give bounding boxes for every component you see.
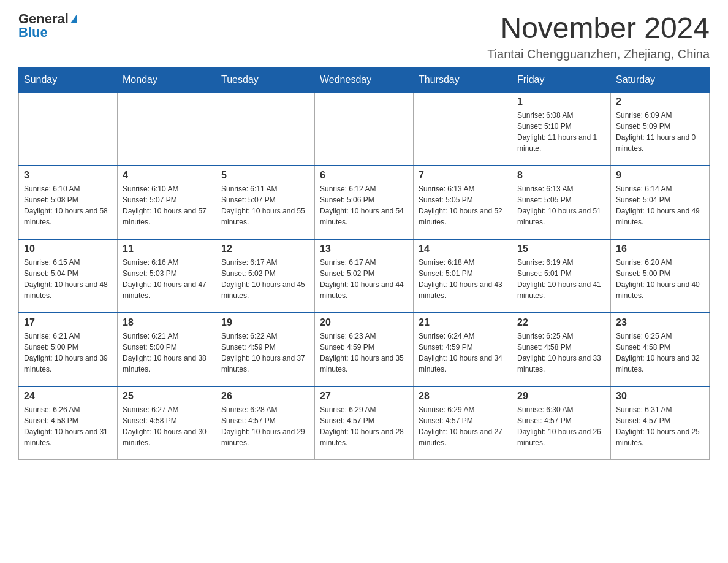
day-info: Sunrise: 6:11 AMSunset: 5:07 PMDaylight:… xyxy=(221,183,309,228)
day-number: 2 xyxy=(616,96,704,107)
day-number: 22 xyxy=(517,317,605,328)
calendar-cell: 1Sunrise: 6:08 AMSunset: 5:10 PMDaylight… xyxy=(512,92,611,166)
day-info: Sunrise: 6:29 AMSunset: 4:57 PMDaylight:… xyxy=(320,404,408,448)
day-number: 30 xyxy=(616,391,704,402)
day-number: 21 xyxy=(419,317,507,328)
day-number: 1 xyxy=(517,96,605,107)
calendar-cell: 26Sunrise: 6:28 AMSunset: 4:57 PMDayligh… xyxy=(216,386,315,460)
day-info: Sunrise: 6:19 AMSunset: 5:01 PMDaylight:… xyxy=(517,257,605,301)
week-row-3: 10Sunrise: 6:15 AMSunset: 5:04 PMDayligh… xyxy=(19,239,710,313)
header-friday: Friday xyxy=(512,67,611,92)
calendar-cell: 24Sunrise: 6:26 AMSunset: 4:58 PMDayligh… xyxy=(19,386,118,460)
day-info: Sunrise: 6:26 AMSunset: 4:58 PMDaylight:… xyxy=(24,404,112,448)
day-info: Sunrise: 6:28 AMSunset: 4:57 PMDaylight:… xyxy=(221,404,309,448)
day-number: 18 xyxy=(123,317,211,328)
calendar-cell: 7Sunrise: 6:13 AMSunset: 5:05 PMDaylight… xyxy=(414,166,512,239)
day-info: Sunrise: 6:17 AMSunset: 5:02 PMDaylight:… xyxy=(320,257,408,301)
calendar-cell: 9Sunrise: 6:14 AMSunset: 5:04 PMDaylight… xyxy=(611,166,710,239)
calendar-cell: 11Sunrise: 6:16 AMSunset: 5:03 PMDayligh… xyxy=(118,239,216,313)
calendar-cell: 30Sunrise: 6:31 AMSunset: 4:57 PMDayligh… xyxy=(611,386,710,460)
calendar-cell: 18Sunrise: 6:21 AMSunset: 5:00 PMDayligh… xyxy=(118,313,216,386)
calendar-cell: 2Sunrise: 6:09 AMSunset: 5:09 PMDaylight… xyxy=(611,92,710,166)
day-info: Sunrise: 6:15 AMSunset: 5:04 PMDaylight:… xyxy=(24,257,112,301)
day-info: Sunrise: 6:12 AMSunset: 5:06 PMDaylight:… xyxy=(320,183,408,228)
calendar-cell: 14Sunrise: 6:18 AMSunset: 5:01 PMDayligh… xyxy=(414,239,512,313)
calendar-cell xyxy=(315,92,414,166)
day-info: Sunrise: 6:22 AMSunset: 4:59 PMDaylight:… xyxy=(221,331,309,375)
day-number: 8 xyxy=(517,170,605,181)
calendar: SundayMondayTuesdayWednesdayThursdayFrid… xyxy=(18,67,710,461)
day-info: Sunrise: 6:25 AMSunset: 4:58 PMDaylight:… xyxy=(616,331,704,375)
calendar-cell: 15Sunrise: 6:19 AMSunset: 5:01 PMDayligh… xyxy=(512,239,611,313)
calendar-cell: 25Sunrise: 6:27 AMSunset: 4:58 PMDayligh… xyxy=(118,386,216,460)
calendar-cell: 10Sunrise: 6:15 AMSunset: 5:04 PMDayligh… xyxy=(19,239,118,313)
week-row-5: 24Sunrise: 6:26 AMSunset: 4:58 PMDayligh… xyxy=(19,386,710,460)
day-number: 17 xyxy=(24,317,112,328)
location-title: Tiantai Chengguanzhen, Zhejiang, China xyxy=(487,47,710,61)
calendar-cell: 3Sunrise: 6:10 AMSunset: 5:08 PMDaylight… xyxy=(19,166,118,239)
day-number: 11 xyxy=(123,243,211,255)
day-number: 13 xyxy=(320,243,408,255)
day-number: 19 xyxy=(221,317,309,328)
header-monday: Monday xyxy=(118,67,216,92)
day-info: Sunrise: 6:10 AMSunset: 5:07 PMDaylight:… xyxy=(123,183,211,228)
day-info: Sunrise: 6:14 AMSunset: 5:04 PMDaylight:… xyxy=(616,183,704,228)
calendar-cell: 29Sunrise: 6:30 AMSunset: 4:57 PMDayligh… xyxy=(512,386,611,460)
day-info: Sunrise: 6:18 AMSunset: 5:01 PMDaylight:… xyxy=(419,257,507,301)
day-info: Sunrise: 6:21 AMSunset: 5:00 PMDaylight:… xyxy=(123,331,211,375)
calendar-cell: 17Sunrise: 6:21 AMSunset: 5:00 PMDayligh… xyxy=(19,313,118,386)
header: General Blue November 2024 Tiantai Cheng… xyxy=(18,12,710,61)
week-row-4: 17Sunrise: 6:21 AMSunset: 5:00 PMDayligh… xyxy=(19,313,710,386)
calendar-cell: 13Sunrise: 6:17 AMSunset: 5:02 PMDayligh… xyxy=(315,239,414,313)
day-info: Sunrise: 6:20 AMSunset: 5:00 PMDaylight:… xyxy=(616,257,704,301)
header-saturday: Saturday xyxy=(611,67,710,92)
logo: General Blue xyxy=(18,12,77,39)
day-info: Sunrise: 6:13 AMSunset: 5:05 PMDaylight:… xyxy=(419,183,507,228)
calendar-cell xyxy=(19,92,118,166)
calendar-cell: 16Sunrise: 6:20 AMSunset: 5:00 PMDayligh… xyxy=(611,239,710,313)
calendar-cell xyxy=(414,92,512,166)
day-number: 20 xyxy=(320,317,408,328)
day-number: 15 xyxy=(517,243,605,255)
logo-general-text: General xyxy=(18,12,69,26)
week-row-1: 1Sunrise: 6:08 AMSunset: 5:10 PMDaylight… xyxy=(19,92,710,166)
title-section: November 2024 Tiantai Chengguanzhen, Zhe… xyxy=(487,12,710,61)
day-number: 16 xyxy=(616,243,704,255)
calendar-cell: 4Sunrise: 6:10 AMSunset: 5:07 PMDaylight… xyxy=(118,166,216,239)
header-tuesday: Tuesday xyxy=(216,67,315,92)
calendar-cell: 22Sunrise: 6:25 AMSunset: 4:58 PMDayligh… xyxy=(512,313,611,386)
calendar-cell: 23Sunrise: 6:25 AMSunset: 4:58 PMDayligh… xyxy=(611,313,710,386)
calendar-cell: 12Sunrise: 6:17 AMSunset: 5:02 PMDayligh… xyxy=(216,239,315,313)
calendar-cell: 27Sunrise: 6:29 AMSunset: 4:57 PMDayligh… xyxy=(315,386,414,460)
day-info: Sunrise: 6:08 AMSunset: 5:10 PMDaylight:… xyxy=(517,110,605,154)
header-sunday: Sunday xyxy=(19,67,118,92)
day-info: Sunrise: 6:30 AMSunset: 4:57 PMDaylight:… xyxy=(517,404,605,448)
calendar-cell: 5Sunrise: 6:11 AMSunset: 5:07 PMDaylight… xyxy=(216,166,315,239)
logo-blue-text: Blue xyxy=(18,26,48,39)
weekday-header-row: SundayMondayTuesdayWednesdayThursdayFrid… xyxy=(19,67,710,92)
calendar-cell: 20Sunrise: 6:23 AMSunset: 4:59 PMDayligh… xyxy=(315,313,414,386)
day-info: Sunrise: 6:13 AMSunset: 5:05 PMDaylight:… xyxy=(517,183,605,228)
day-info: Sunrise: 6:17 AMSunset: 5:02 PMDaylight:… xyxy=(221,257,309,301)
day-info: Sunrise: 6:31 AMSunset: 4:57 PMDaylight:… xyxy=(616,404,704,448)
day-number: 25 xyxy=(123,391,211,402)
day-number: 10 xyxy=(24,243,112,255)
day-number: 29 xyxy=(517,391,605,402)
day-number: 4 xyxy=(123,170,211,181)
calendar-cell xyxy=(216,92,315,166)
calendar-cell: 19Sunrise: 6:22 AMSunset: 4:59 PMDayligh… xyxy=(216,313,315,386)
day-number: 9 xyxy=(616,170,704,181)
calendar-cell: 21Sunrise: 6:24 AMSunset: 4:59 PMDayligh… xyxy=(414,313,512,386)
calendar-cell: 8Sunrise: 6:13 AMSunset: 5:05 PMDaylight… xyxy=(512,166,611,239)
month-title: November 2024 xyxy=(487,12,710,45)
day-info: Sunrise: 6:21 AMSunset: 5:00 PMDaylight:… xyxy=(24,331,112,375)
day-info: Sunrise: 6:27 AMSunset: 4:58 PMDaylight:… xyxy=(123,404,211,448)
day-number: 12 xyxy=(221,243,309,255)
calendar-cell: 6Sunrise: 6:12 AMSunset: 5:06 PMDaylight… xyxy=(315,166,414,239)
day-number: 14 xyxy=(419,243,507,255)
day-info: Sunrise: 6:23 AMSunset: 4:59 PMDaylight:… xyxy=(320,331,408,375)
day-info: Sunrise: 6:10 AMSunset: 5:08 PMDaylight:… xyxy=(24,183,112,228)
day-number: 24 xyxy=(24,391,112,402)
day-info: Sunrise: 6:25 AMSunset: 4:58 PMDaylight:… xyxy=(517,331,605,375)
day-number: 7 xyxy=(419,170,507,181)
